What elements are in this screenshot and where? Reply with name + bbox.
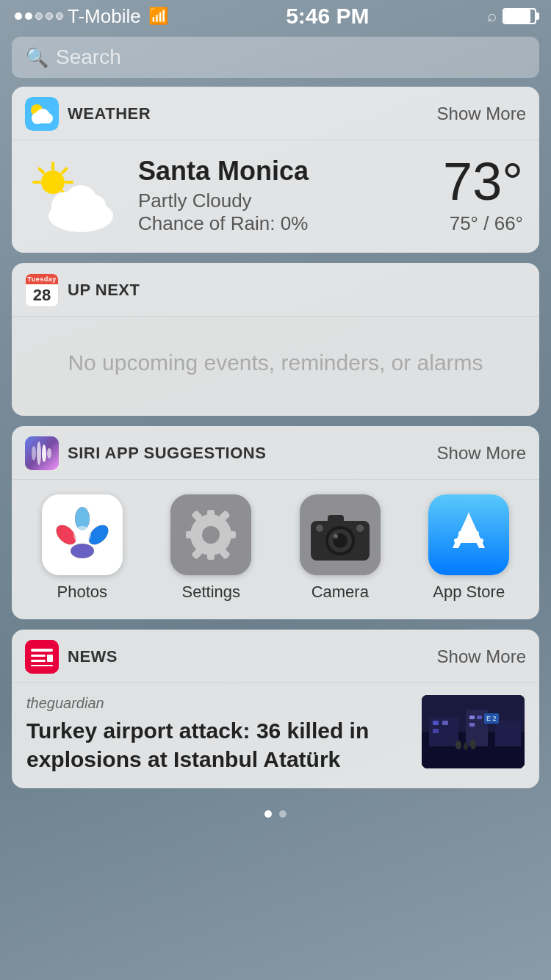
siri-app-icon — [25, 436, 59, 470]
signal-dot-2 — [25, 12, 32, 20]
weather-temperature-area: 73° 75° / 66° — [443, 155, 523, 235]
signal-dots — [15, 12, 63, 20]
weather-sun-cloud-icon — [28, 159, 116, 232]
news-thumbnail-image: E 2 — [422, 695, 525, 768]
news-text-area: theguardian Turkey airport attack: 36 ki… — [26, 695, 411, 774]
news-header-left: NEWS — [25, 640, 118, 674]
no-events-message: No upcoming events, reminders, or alarms — [26, 346, 525, 379]
search-input[interactable] — [56, 46, 526, 69]
photos-app-icon — [42, 494, 123, 575]
svg-rect-69 — [442, 721, 448, 725]
svg-point-16 — [82, 195, 106, 218]
weather-app-icon — [25, 97, 59, 131]
svg-rect-36 — [207, 551, 215, 560]
svg-point-51 — [316, 525, 323, 532]
news-widget: NEWS Show More theguardian Turkey airpor… — [12, 630, 539, 788]
status-right: ⌕ — [487, 7, 536, 26]
up-next-header-left: Tuesday 28 UP NEXT — [25, 273, 140, 307]
up-next-widget-title: UP NEXT — [68, 281, 140, 300]
svg-rect-72 — [477, 716, 482, 719]
calendar-day-label: Tuesday — [27, 275, 56, 283]
weather-icon-area — [28, 159, 123, 232]
signal-dot-4 — [46, 12, 53, 20]
weather-header-left: WEATHER — [25, 97, 151, 131]
siri-show-more-button[interactable]: Show More — [437, 443, 526, 464]
svg-point-12 — [41, 170, 65, 194]
battery-fill — [504, 10, 530, 23]
photos-app-label: Photos — [57, 583, 108, 602]
weather-city: Santa Monica — [138, 156, 428, 187]
carrier-label: T-Mobile — [68, 5, 141, 28]
calendar-app-icon: Tuesday 28 — [25, 273, 59, 307]
status-left: T-Mobile 📶 — [15, 5, 168, 28]
svg-rect-67 — [495, 721, 521, 746]
svg-point-74 — [455, 741, 461, 749]
up-next-header: Tuesday 28 UP NEXT — [12, 263, 539, 317]
weather-condition: Partly Cloudy — [138, 190, 428, 212]
page-dot-1[interactable] — [264, 810, 272, 818]
siri-widget-title: SIRI APP SUGGESTIONS — [68, 444, 266, 463]
news-show-more-button[interactable]: Show More — [437, 646, 526, 667]
news-item[interactable]: theguardian Turkey airport attack: 36 ki… — [26, 695, 525, 774]
svg-point-34 — [202, 526, 220, 544]
app-item-settings[interactable]: Settings — [159, 494, 262, 602]
svg-rect-38 — [186, 531, 195, 538]
svg-point-19 — [37, 442, 41, 465]
news-header: NEWS Show More — [12, 630, 539, 683]
search-icon: 🔍 — [25, 46, 48, 69]
weather-current-temp: 73° — [443, 155, 523, 208]
svg-point-48 — [334, 534, 338, 538]
weather-rain-chance: Chance of Rain: 0% — [138, 212, 428, 235]
svg-point-20 — [42, 444, 46, 462]
weather-show-more-button[interactable]: Show More — [437, 104, 526, 124]
svg-rect-60 — [31, 660, 46, 662]
svg-rect-37 — [227, 531, 236, 538]
signal-dot-3 — [35, 12, 43, 20]
svg-point-76 — [470, 739, 476, 749]
svg-rect-35 — [207, 510, 215, 519]
svg-rect-71 — [469, 716, 475, 719]
search-bar[interactable]: 🔍 — [12, 37, 539, 78]
up-next-widget: Tuesday 28 UP NEXT No upcoming events, r… — [12, 263, 539, 416]
weather-content: Santa Monica Partly Cloudy Chance of Rai… — [12, 140, 539, 253]
app-item-camera[interactable]: Camera — [289, 494, 392, 602]
signal-dot-1 — [15, 12, 22, 20]
weather-widget: WEATHER Show More — [12, 87, 539, 253]
svg-point-21 — [47, 448, 51, 458]
svg-text:E 2: E 2 — [486, 715, 497, 722]
calendar-icon-top: Tuesday — [26, 274, 58, 284]
bluetooth-icon: ⌕ — [487, 7, 497, 26]
news-thumbnail: E 2 — [422, 695, 525, 768]
siri-header: SIRI APP SUGGESTIONS Show More — [12, 426, 539, 480]
news-content: theguardian Turkey airport attack: 36 ki… — [12, 683, 539, 788]
camera-app-label: Camera — [311, 583, 369, 602]
siri-header-left: SIRI APP SUGGESTIONS — [25, 436, 266, 470]
settings-app-icon — [170, 494, 251, 575]
news-source: theguardian — [26, 695, 411, 712]
calendar-icon-body: 28 — [26, 284, 58, 306]
siri-apps-grid: Photos — [12, 480, 539, 619]
appstore-app-icon — [428, 494, 509, 575]
camera-app-icon — [300, 494, 381, 575]
svg-rect-5 — [34, 118, 50, 123]
svg-point-18 — [32, 446, 36, 461]
svg-rect-58 — [31, 649, 53, 652]
svg-rect-59 — [31, 655, 46, 657]
svg-line-10 — [40, 168, 44, 173]
page-dot-2[interactable] — [279, 810, 287, 818]
wifi-icon: 📶 — [148, 7, 168, 26]
svg-point-31 — [73, 526, 91, 544]
svg-point-75 — [464, 743, 468, 750]
svg-rect-70 — [433, 729, 439, 733]
signal-dot-5 — [56, 12, 63, 20]
app-item-appstore[interactable]: App Store — [417, 494, 520, 602]
siri-suggestions-widget: SIRI APP SUGGESTIONS Show More — [12, 426, 539, 619]
app-item-photos[interactable]: Photos — [31, 494, 134, 602]
svg-rect-49 — [328, 515, 344, 524]
status-bar: T-Mobile 📶 5:46 PM ⌕ — [0, 0, 551, 32]
svg-line-7 — [62, 168, 67, 173]
svg-point-50 — [356, 525, 364, 532]
weather-widget-title: WEATHER — [68, 104, 151, 123]
weather-header: WEATHER Show More — [12, 87, 539, 140]
news-widget-title: NEWS — [68, 647, 118, 666]
